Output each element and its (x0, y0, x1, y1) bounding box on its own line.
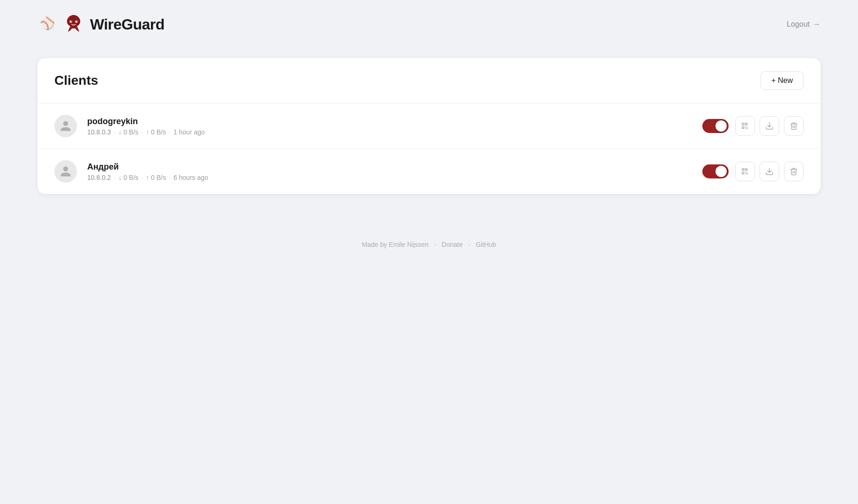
clients-list: podogreykin 10.8.0.3 · ↓ 0 B/s · ↑ 0 B/s… (38, 104, 820, 194)
qr-code-button[interactable] (735, 162, 755, 181)
client-info: Андрей 10.8.0.2 · ↓ 0 B/s · ↑ 0 B/s · 6 … (87, 162, 702, 181)
footer-github-link[interactable]: GitHub (476, 241, 497, 248)
header: ⚾ WireGuard Logout → (0, 0, 858, 49)
svg-point-2 (70, 21, 72, 23)
client-name: podogreykin (87, 117, 702, 126)
client-meta: 10.8.0.3 · ↓ 0 B/s · ↑ 0 B/s · 1 hour ag… (87, 128, 702, 136)
client-upload: ↑ 0 B/s (146, 128, 166, 136)
app-title: WireGuard (90, 16, 165, 33)
logout-button[interactable]: Logout → (787, 20, 820, 29)
download-icon (765, 122, 774, 130)
footer-sep-2: · (468, 241, 470, 248)
trash-icon (790, 122, 798, 130)
qr-code-icon (741, 167, 749, 176)
client-upload: ↑ 0 B/s (146, 174, 166, 181)
client-name: Андрей (87, 162, 702, 172)
footer-donate-link[interactable]: Donate (442, 241, 463, 248)
footer-sep-1: · (434, 241, 436, 248)
card-title: Clients (54, 73, 98, 88)
qr-code-button[interactable] (735, 116, 755, 136)
client-row: Андрей 10.8.0.2 · ↓ 0 B/s · ↑ 0 B/s · 6 … (38, 149, 820, 194)
client-row: podogreykin 10.8.0.3 · ↓ 0 B/s · ↑ 0 B/s… (38, 104, 820, 149)
qr-code-icon (741, 122, 749, 130)
meta-separator: · (114, 128, 116, 136)
logout-icon: → (813, 20, 820, 29)
delete-button[interactable] (784, 162, 804, 181)
client-ip: 10.8.0.3 (87, 128, 111, 136)
client-ip: 10.8.0.2 (87, 174, 111, 181)
svg-point-3 (75, 21, 78, 23)
meta-separator: · (114, 174, 116, 181)
meta-separator: · (169, 128, 171, 136)
client-info: podogreykin 10.8.0.3 · ↓ 0 B/s · ↑ 0 B/s… (87, 117, 702, 136)
client-actions (702, 162, 804, 181)
client-meta: 10.8.0.2 · ↓ 0 B/s · ↑ 0 B/s · 6 hours a… (87, 174, 702, 181)
trash-icon (790, 167, 798, 176)
client-enable-toggle[interactable] (702, 119, 729, 133)
wireguard-logo-icon: ⚾ (38, 15, 57, 34)
meta-separator: · (141, 128, 143, 136)
card-header: Clients + New (38, 58, 820, 104)
download-button[interactable] (760, 116, 779, 136)
meta-separator: · (141, 174, 143, 181)
wireguard-logo-symbol (64, 13, 83, 36)
user-icon (60, 165, 72, 178)
delete-button[interactable] (784, 116, 804, 136)
client-last-seen: 1 hour ago (173, 128, 205, 136)
client-actions (702, 116, 804, 136)
footer: Made by Emile Nijssen · Donate · GitHub (0, 222, 858, 258)
svg-point-4 (71, 21, 72, 22)
new-client-button[interactable]: + New (760, 71, 804, 90)
avatar (54, 115, 77, 137)
user-icon (60, 120, 72, 132)
avatar (54, 160, 77, 183)
footer-made-by: Made by Emile Nijssen (362, 241, 429, 248)
download-icon (765, 167, 774, 176)
download-button[interactable] (760, 162, 779, 181)
clients-card: Clients + New podogreykin 10.8.0.3 · ↓ 0… (38, 58, 820, 194)
main-content: Clients + New podogreykin 10.8.0.3 · ↓ 0… (0, 49, 858, 222)
logo: ⚾ WireGuard (38, 13, 165, 36)
client-download: ↓ 0 B/s (119, 174, 139, 181)
meta-separator: · (169, 174, 171, 181)
svg-point-5 (76, 21, 77, 22)
client-download: ↓ 0 B/s (119, 128, 139, 136)
client-last-seen: 6 hours ago (173, 174, 208, 181)
client-enable-toggle[interactable] (702, 164, 729, 178)
svg-text:⚾: ⚾ (40, 16, 55, 31)
